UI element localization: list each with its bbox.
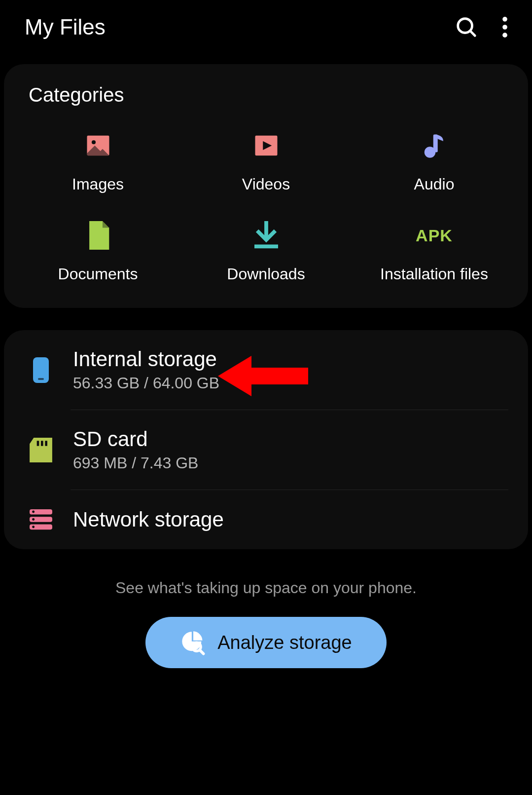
storage-text: Network storage — [73, 508, 224, 531]
svg-rect-16 — [45, 441, 47, 446]
svg-point-6 — [91, 140, 95, 144]
storage-usage: 56.33 GB / 64.00 GB — [73, 374, 219, 392]
more-options-button[interactable] — [502, 17, 507, 38]
svg-point-20 — [32, 511, 35, 513]
document-icon — [83, 221, 113, 250]
category-audio[interactable]: Audio — [350, 131, 518, 193]
image-icon — [83, 131, 113, 160]
category-label: Videos — [242, 175, 290, 193]
storage-card: Internal storage 56.33 GB / 64.00 GB SD … — [4, 330, 528, 549]
category-label: Installation files — [380, 265, 488, 283]
svg-rect-13 — [38, 378, 44, 380]
storage-usage: 693 MB / 7.43 GB — [73, 454, 198, 472]
category-installation-files[interactable]: APK Installation files — [350, 221, 518, 283]
audio-icon — [420, 131, 449, 160]
analyze-label: Analyze storage — [217, 632, 352, 653]
category-images[interactable]: Images — [14, 131, 182, 193]
download-icon — [251, 221, 281, 250]
svg-rect-14 — [37, 441, 39, 446]
svg-line-24 — [200, 650, 204, 654]
more-vertical-icon — [502, 17, 507, 38]
header-actions — [455, 16, 507, 38]
analyze-icon — [180, 630, 206, 655]
storage-network[interactable]: Network storage — [4, 490, 528, 549]
svg-line-1 — [470, 31, 475, 36]
svg-point-21 — [32, 518, 35, 521]
svg-point-3 — [502, 25, 507, 30]
svg-point-4 — [502, 33, 507, 38]
video-icon — [251, 131, 281, 160]
category-label: Audio — [414, 175, 455, 193]
category-label: Downloads — [227, 265, 305, 283]
category-label: Documents — [58, 265, 138, 283]
categories-grid: Images Videos Audio — [4, 118, 528, 283]
storage-sdcard[interactable]: SD card 693 MB / 7.43 GB — [4, 410, 528, 490]
phone-icon — [29, 358, 53, 382]
storage-text: SD card 693 MB / 7.43 GB — [73, 427, 198, 472]
apk-icon: APK — [416, 221, 453, 250]
app-title: My Files — [25, 15, 106, 39]
storage-title: SD card — [73, 427, 198, 451]
categories-card: Categories Images Videos — [4, 64, 528, 308]
storage-hint: See what's taking up space on your phone… — [0, 579, 532, 597]
categories-title: Categories — [4, 84, 528, 118]
svg-rect-15 — [41, 441, 43, 446]
category-downloads[interactable]: Downloads — [182, 221, 350, 283]
storage-title: Internal storage — [73, 347, 219, 371]
storage-internal[interactable]: Internal storage 56.33 GB / 64.00 GB — [4, 330, 528, 410]
sdcard-icon — [29, 438, 53, 462]
svg-point-2 — [502, 17, 507, 22]
search-button[interactable] — [455, 16, 478, 38]
search-icon — [455, 16, 478, 38]
app-header: My Files — [0, 0, 532, 64]
storage-text: Internal storage 56.33 GB / 64.00 GB — [73, 347, 219, 392]
category-documents[interactable]: Documents — [14, 221, 182, 283]
analyze-storage-button[interactable]: Analyze storage — [145, 617, 387, 668]
category-label: Images — [72, 175, 124, 193]
network-icon — [29, 507, 53, 532]
storage-title: Network storage — [73, 508, 224, 531]
category-videos[interactable]: Videos — [182, 131, 350, 193]
svg-point-22 — [32, 526, 35, 528]
